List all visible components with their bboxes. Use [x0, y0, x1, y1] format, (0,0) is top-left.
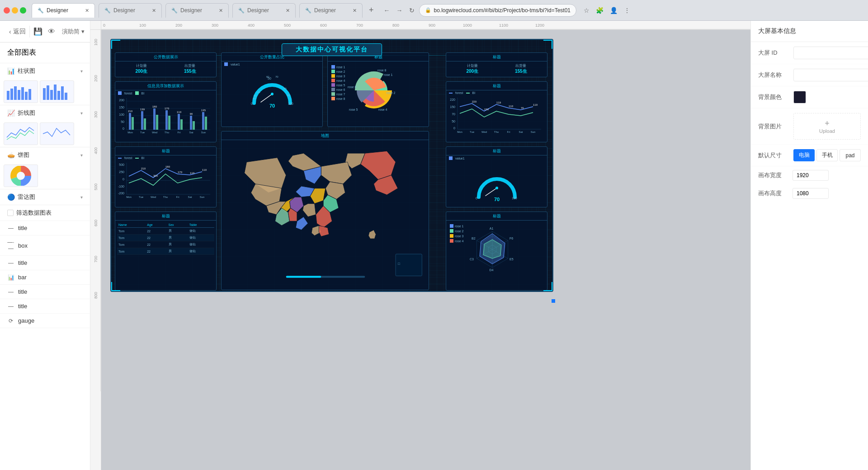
sidebar-item-title-1[interactable]: — title: [0, 221, 90, 235]
line-preview-2[interactable]: [40, 122, 74, 145]
pie-color-6: [331, 88, 335, 91]
svg-line-104: [261, 94, 272, 102]
bar-chart-section: 信息员淳加数据展示 forest BI 20: [115, 81, 217, 142]
pie-color-8: [331, 97, 335, 100]
address-bar[interactable]: 🔒 bo.logwirecloud.com/#/bi/biz/Project/b…: [419, 4, 576, 17]
canvas-resize-handle[interactable]: [552, 299, 555, 303]
profile-btn[interactable]: 👤: [608, 6, 619, 15]
svg-text:20: 20: [257, 91, 260, 94]
svg-text:rose 1: rose 1: [384, 73, 393, 76]
sidebar-item-title-3[interactable]: — title: [0, 285, 90, 299]
bar-preview-2[interactable]: [40, 80, 74, 103]
bar-preview-1[interactable]: [4, 80, 38, 103]
svg-text:90: 90: [190, 113, 193, 115]
legend-bi: [135, 91, 139, 95]
sidebar-item-bar[interactable]: 📊 bar: [0, 270, 90, 285]
tab-5[interactable]: 🔧 Designer ✕: [299, 3, 363, 18]
new-tab-btn[interactable]: +: [366, 5, 377, 15]
tab-2-close[interactable]: ✕: [152, 8, 156, 14]
sidebar-section-bar-header[interactable]: 📊 柱状图 ▾: [0, 63, 90, 79]
svg-text:0: 0: [453, 127, 455, 130]
sidebar-item-filter[interactable]: 筛选数据图表: [0, 205, 90, 221]
field-id-label: 大屏 ID: [758, 49, 790, 57]
kpi-planned-right: 计划量 200生: [449, 63, 496, 75]
line-preview-1[interactable]: [4, 122, 38, 145]
corner-br: [543, 282, 552, 291]
kpi-planned-left: 计划量 200生: [118, 63, 165, 75]
svg-text:220: 220: [472, 100, 477, 103]
user-menu[interactable]: 演助简 ▾: [62, 28, 85, 36]
back-label: 返回: [13, 28, 26, 36]
bookmark-btn[interactable]: ☆: [582, 6, 591, 15]
preview-button[interactable]: 👁: [46, 26, 57, 38]
menu-btn[interactable]: ⋮: [622, 6, 632, 15]
tab-5-close[interactable]: ✕: [353, 8, 357, 14]
col-name: Name: [117, 222, 146, 228]
save-button[interactable]: 💾: [32, 25, 44, 38]
kpi-row-right: 计划量 200生 出货量 155生: [446, 61, 547, 76]
svg-text:300: 300: [153, 174, 158, 177]
window-close-btn[interactable]: [4, 7, 10, 14]
sidebar-section-radar-header[interactable]: 🔵 雷达图 ▾: [0, 189, 90, 205]
dashboard[interactable]: 大数据中心可视化平台 公开数据展示 计划量 200生: [110, 39, 553, 292]
line-right-forest-label: forest: [455, 91, 463, 94]
forward-btn[interactable]: →: [395, 6, 405, 15]
device-phone-btn[interactable]: 手机: [816, 149, 838, 161]
sidebar-item-box[interactable]: —·— box: [0, 235, 90, 256]
svg-rect-67: [190, 116, 192, 130]
sidebar-section-pie-header[interactable]: 🥧 饼图 ▾: [0, 147, 90, 163]
tab-1[interactable]: 🔧 Designer ✕: [32, 3, 95, 18]
device-pad-btn[interactable]: pad: [840, 149, 861, 161]
filter-checkbox[interactable]: [7, 210, 14, 216]
svg-text:0: 0: [123, 127, 124, 130]
bar-section-left: 📊 柱状图: [7, 67, 35, 75]
pie-preview-1[interactable]: [4, 164, 38, 187]
svg-text:Fri: Fri: [507, 131, 510, 133]
window-min-btn[interactable]: [12, 7, 18, 14]
svg-rect-9: [50, 90, 53, 100]
bar-chart-svg: 200 150 100 50 0: [115, 96, 212, 136]
svg-rect-0: [7, 91, 9, 100]
back-button[interactable]: ‹ 返回: [5, 26, 30, 38]
pie-color-3: [331, 74, 335, 78]
tab-4-close[interactable]: ✕: [286, 8, 290, 14]
extensions-btn[interactable]: 🧩: [594, 6, 605, 15]
canvas-height-input[interactable]: [793, 188, 829, 199]
field-id-input[interactable]: [793, 47, 868, 59]
upload-label: Upload: [799, 128, 855, 134]
sidebar-item-title-4[interactable]: — title: [0, 299, 90, 314]
radar-label-4: rose 4: [455, 240, 463, 243]
tab-1-close[interactable]: ✕: [85, 8, 89, 14]
tab-3[interactable]: 🔧 Designer ✕: [165, 3, 229, 18]
svg-text:500: 500: [284, 23, 291, 28]
tab-4[interactable]: 🔧 Designer ✕: [232, 3, 296, 18]
table-row: Tom 22 男 做钻: [117, 235, 214, 241]
canvas-scroll[interactable]: 大数据中心可视化平台 公开数据展示 计划量 200生: [101, 30, 750, 470]
radar-section-left: 🔵 雷达图: [7, 193, 35, 201]
color-swatch[interactable]: [793, 91, 806, 103]
svg-text:300: 300: [212, 23, 218, 28]
kpi-planned-right-value: 200生: [449, 68, 496, 75]
pie-preview-row: [0, 163, 90, 189]
sidebar-item-gauge[interactable]: ⟳ gauge: [0, 314, 90, 328]
device-pc-btn[interactable]: 电脑: [793, 149, 815, 161]
legend-forest: [118, 91, 122, 95]
svg-text:70: 70: [269, 103, 274, 108]
svg-text:Thu: Thu: [165, 131, 169, 134]
canvas-width-input[interactable]: [793, 170, 829, 181]
field-name-input[interactable]: [793, 69, 868, 81]
sidebar: ‹ 返回 💾 👁 演助简 ▾ 全部图表 📊 柱状图 ▾: [0, 21, 90, 470]
svg-line-146: [486, 188, 497, 196]
window-max-btn[interactable]: [20, 7, 26, 14]
svg-text:70: 70: [452, 113, 455, 116]
sidebar-item-title-2[interactable]: — title: [0, 256, 90, 270]
tab-2[interactable]: 🔧 Designer ✕: [99, 3, 162, 18]
upload-area[interactable]: + Upload: [793, 113, 861, 140]
reload-btn[interactable]: ↻: [407, 6, 416, 15]
svg-text:Mon: Mon: [457, 131, 462, 133]
browser-chrome: 🔧 Designer ✕ 🔧 Designer ✕ 🔧 Designer ✕ 🔧…: [0, 0, 868, 21]
legend-bi-label: BI: [142, 92, 145, 95]
sidebar-section-line-header[interactable]: 📈 折线图 ▾: [0, 105, 90, 121]
back-btn-browser[interactable]: ←: [382, 6, 392, 15]
tab-3-close[interactable]: ✕: [219, 8, 223, 14]
